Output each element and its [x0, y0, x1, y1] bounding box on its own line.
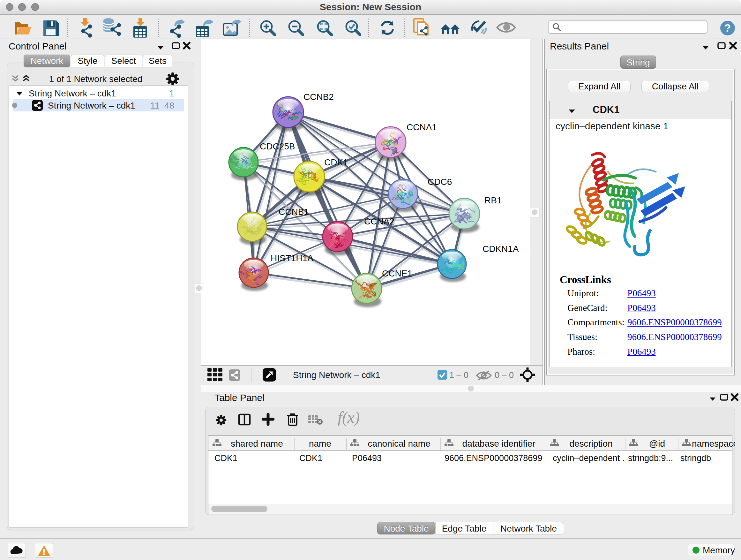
svg-text:CCNA1: CCNA1: [407, 122, 437, 132]
svg-text:CDKN1A: CDKN1A: [482, 244, 519, 254]
svg-text:CCNA2: CCNA2: [364, 216, 394, 226]
svg-text:CCNB2: CCNB2: [304, 92, 334, 102]
svg-text:CDK1: CDK1: [324, 158, 348, 167]
svg-text:RB1: RB1: [484, 195, 502, 205]
svg-text:?: ?: [724, 22, 731, 34]
svg-text:CDC25B: CDC25B: [260, 141, 295, 151]
svg-text:CCNE1: CCNE1: [382, 268, 412, 278]
svg-text:CDC6: CDC6: [428, 177, 452, 187]
svg-text:HIST1H1A: HIST1H1A: [271, 253, 313, 263]
svg-text:CCNB1: CCNB1: [279, 207, 309, 217]
